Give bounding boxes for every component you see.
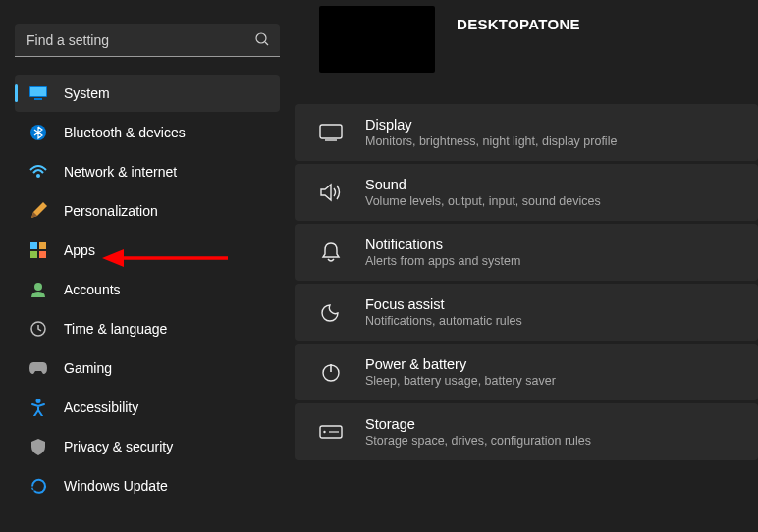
- system-icon: [28, 83, 48, 103]
- tile-sub: Monitors, brightness, night light, displ…: [365, 134, 617, 148]
- tile-notifications[interactable]: Notifications Alerts from apps and syste…: [295, 224, 758, 281]
- tile-sub: Sleep, battery usage, battery saver: [365, 374, 556, 388]
- svg-rect-10: [39, 251, 46, 258]
- tile-sound[interactable]: Sound Volume levels, output, input, soun…: [295, 164, 758, 221]
- update-icon: [28, 476, 48, 496]
- tile-focus[interactable]: Focus assist Notifications, automatic ru…: [295, 284, 758, 341]
- tile-storage[interactable]: Storage Storage space, drives, configura…: [295, 403, 758, 460]
- svg-rect-3: [30, 87, 46, 96]
- tile-title: Display: [365, 117, 617, 133]
- tile-sub: Alerts from apps and system: [365, 254, 520, 268]
- device-name: DESKTOPATONE: [457, 16, 580, 32]
- tile-sub: Storage space, drives, configuration rul…: [365, 434, 591, 448]
- svg-rect-8: [39, 242, 46, 249]
- settings-tiles: Display Monitors, brightness, night ligh…: [295, 104, 758, 460]
- tile-title: Notifications: [365, 237, 520, 252]
- tile-sub: Notifications, automatic rules: [365, 314, 522, 328]
- tile-sub: Volume levels, output, input, sound devi…: [365, 194, 601, 208]
- time-icon: [28, 319, 48, 339]
- accessibility-icon: [28, 398, 48, 417]
- privacy-icon: [28, 437, 48, 456]
- sidebar-item-time[interactable]: Time & language: [15, 310, 280, 347]
- svg-rect-14: [320, 125, 342, 138]
- sidebar-item-label: Personalization: [64, 203, 158, 219]
- sidebar-item-system[interactable]: System: [15, 75, 280, 112]
- sidebar-item-network[interactable]: Network & internet: [15, 153, 280, 190]
- search-wrap: [15, 24, 280, 57]
- tile-power[interactable]: Power & battery Sleep, battery usage, ba…: [295, 344, 758, 400]
- svg-rect-7: [30, 242, 37, 249]
- svg-point-19: [323, 431, 325, 433]
- notifications-icon: [318, 239, 344, 265]
- sidebar-item-label: Apps: [64, 242, 95, 258]
- sidebar-item-update[interactable]: Windows Update: [15, 467, 280, 505]
- personalization-icon: [28, 201, 48, 221]
- svg-point-11: [34, 283, 42, 291]
- search-input[interactable]: [15, 24, 280, 57]
- sidebar-item-label: Time & language: [64, 321, 167, 337]
- tile-title: Power & battery: [365, 356, 556, 372]
- header: DESKTOPATONE: [295, 6, 758, 88]
- sidebar-item-gaming[interactable]: Gaming: [15, 349, 280, 387]
- sidebar-item-personalization[interactable]: Personalization: [15, 192, 280, 230]
- sidebar-item-label: Windows Update: [64, 478, 168, 494]
- accounts-icon: [28, 280, 48, 299]
- apps-icon: [28, 240, 48, 260]
- svg-rect-9: [30, 251, 37, 258]
- sidebar-item-label: Accessibility: [64, 399, 138, 415]
- sidebar-item-label: Gaming: [64, 360, 112, 376]
- avatar: [319, 6, 435, 73]
- sidebar-item-privacy[interactable]: Privacy & security: [15, 428, 280, 465]
- sidebar-item-label: System: [64, 85, 110, 101]
- svg-line-1: [265, 42, 268, 45]
- tile-title: Focus assist: [365, 296, 522, 312]
- tile-title: Storage: [365, 416, 591, 432]
- sidebar-item-label: Bluetooth & devices: [64, 125, 186, 140]
- network-icon: [28, 162, 48, 182]
- main-content: DESKTOPATONE Display Monitors, brightnes…: [295, 0, 758, 532]
- storage-icon: [318, 419, 344, 445]
- tile-display[interactable]: Display Monitors, brightness, night ligh…: [295, 104, 758, 161]
- svg-point-0: [256, 33, 266, 43]
- search-icon: [254, 31, 270, 47]
- sidebar-item-bluetooth[interactable]: Bluetooth & devices: [15, 114, 280, 151]
- bluetooth-icon: [28, 123, 48, 142]
- sidebar-item-accessibility[interactable]: Accessibility: [15, 389, 280, 426]
- power-icon: [318, 359, 344, 385]
- sidebar-item-label: Privacy & security: [64, 439, 173, 454]
- svg-point-6: [36, 174, 40, 178]
- sidebar-item-label: Accounts: [64, 282, 121, 297]
- sidebar-item-label: Network & internet: [64, 164, 177, 180]
- svg-point-13: [36, 399, 41, 403]
- sound-icon: [318, 180, 344, 205]
- tile-title: Sound: [365, 177, 601, 192]
- sidebar-item-accounts[interactable]: Accounts: [15, 271, 280, 308]
- nav-list: System Bluetooth & devices Network & int…: [15, 75, 280, 505]
- sidebar-item-apps[interactable]: Apps: [15, 232, 280, 269]
- gaming-icon: [28, 358, 48, 378]
- display-icon: [318, 120, 344, 145]
- svg-rect-4: [34, 98, 42, 100]
- sidebar: System Bluetooth & devices Network & int…: [0, 0, 295, 532]
- focus-icon: [318, 299, 344, 325]
